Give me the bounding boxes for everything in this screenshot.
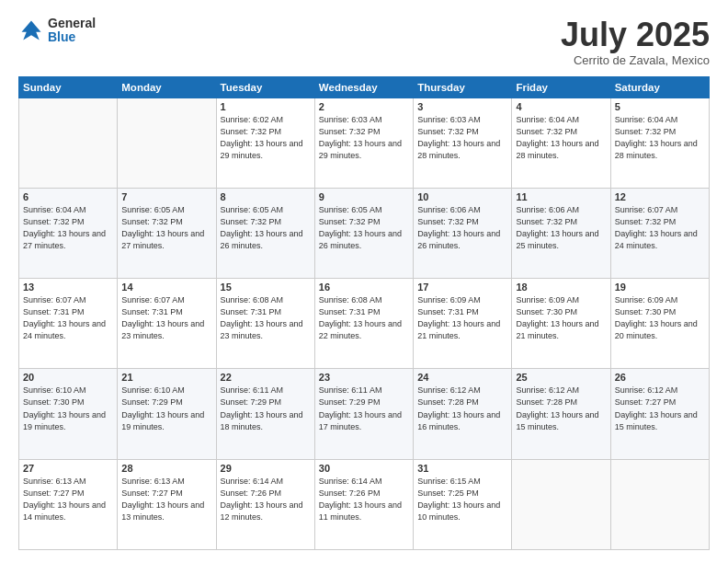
day-info: Sunrise: 6:03 AMSunset: 7:32 PMDaylight:… — [417, 114, 507, 162]
table-row: 22Sunrise: 6:11 AMSunset: 7:29 PMDayligh… — [216, 369, 314, 459]
day-info: Sunrise: 6:11 AMSunset: 7:29 PMDaylight:… — [221, 385, 311, 432]
table-row: 8Sunrise: 6:05 AMSunset: 7:32 PMDaylight… — [216, 188, 314, 278]
table-row: 20Sunrise: 6:10 AMSunset: 7:30 PMDayligh… — [19, 369, 118, 459]
day-info: Sunrise: 6:05 AMSunset: 7:32 PMDaylight:… — [121, 204, 211, 252]
day-info: Sunrise: 6:14 AMSunset: 7:26 PMDaylight:… — [221, 476, 311, 523]
day-info: Sunrise: 6:09 AMSunset: 7:30 PMDaylight:… — [615, 294, 705, 342]
logo-blue: Blue — [48, 30, 96, 44]
day-info: Sunrise: 6:15 AMSunset: 7:25 PMDaylight:… — [417, 476, 507, 523]
day-info: Sunrise: 6:08 AMSunset: 7:31 PMDaylight:… — [221, 294, 311, 342]
day-info: Sunrise: 6:05 AMSunset: 7:32 PMDaylight:… — [221, 204, 311, 252]
day-number: 24 — [417, 372, 507, 383]
day-number: 6 — [23, 191, 113, 202]
logo-general: General — [48, 17, 96, 30]
table-row: 13Sunrise: 6:07 AMSunset: 7:31 PMDayligh… — [19, 279, 118, 369]
day-number: 1 — [221, 101, 311, 112]
calendar-week-row: 13Sunrise: 6:07 AMSunset: 7:31 PMDayligh… — [19, 279, 710, 369]
table-row: 3Sunrise: 6:03 AMSunset: 7:32 PMDaylight… — [414, 98, 512, 188]
day-info: Sunrise: 6:13 AMSunset: 7:27 PMDaylight:… — [23, 476, 113, 523]
table-row — [512, 459, 610, 549]
day-number: 23 — [319, 372, 409, 383]
day-number: 12 — [615, 191, 705, 202]
calendar-week-row: 6Sunrise: 6:04 AMSunset: 7:32 PMDaylight… — [19, 188, 710, 278]
day-number: 9 — [319, 191, 409, 202]
header-tuesday: Tuesday — [216, 76, 314, 98]
day-info: Sunrise: 6:12 AMSunset: 7:27 PMDaylight:… — [615, 385, 705, 432]
table-row: 5Sunrise: 6:04 AMSunset: 7:32 PMDaylight… — [610, 98, 709, 188]
day-number: 8 — [221, 191, 311, 202]
day-number: 5 — [615, 101, 705, 112]
table-row: 10Sunrise: 6:06 AMSunset: 7:32 PMDayligh… — [414, 188, 512, 278]
table-row — [610, 459, 709, 549]
table-row: 16Sunrise: 6:08 AMSunset: 7:31 PMDayligh… — [314, 279, 413, 369]
day-info: Sunrise: 6:08 AMSunset: 7:31 PMDaylight:… — [319, 294, 409, 342]
day-number: 7 — [121, 191, 211, 202]
day-number: 10 — [417, 191, 507, 202]
day-number: 2 — [319, 101, 409, 112]
day-number: 18 — [516, 282, 606, 293]
day-number: 25 — [516, 372, 606, 383]
table-row: 4Sunrise: 6:04 AMSunset: 7:32 PMDaylight… — [512, 98, 610, 188]
table-row: 21Sunrise: 6:10 AMSunset: 7:29 PMDayligh… — [118, 369, 216, 459]
table-row: 6Sunrise: 6:04 AMSunset: 7:32 PMDaylight… — [19, 188, 118, 278]
day-info: Sunrise: 6:04 AMSunset: 7:32 PMDaylight:… — [615, 114, 705, 162]
day-number: 26 — [615, 372, 705, 383]
day-info: Sunrise: 6:05 AMSunset: 7:32 PMDaylight:… — [319, 204, 409, 252]
calendar-week-row: 20Sunrise: 6:10 AMSunset: 7:30 PMDayligh… — [19, 369, 710, 459]
table-row: 25Sunrise: 6:12 AMSunset: 7:28 PMDayligh… — [512, 369, 610, 459]
day-number: 17 — [417, 282, 507, 293]
table-row: 1Sunrise: 6:02 AMSunset: 7:32 PMDaylight… — [216, 98, 314, 188]
day-number: 11 — [516, 191, 606, 202]
day-number: 27 — [23, 463, 113, 474]
day-info: Sunrise: 6:13 AMSunset: 7:27 PMDaylight:… — [121, 476, 211, 523]
day-number: 28 — [121, 463, 211, 474]
header-friday: Friday — [512, 76, 610, 98]
day-number: 15 — [221, 282, 311, 293]
table-row: 12Sunrise: 6:07 AMSunset: 7:32 PMDayligh… — [610, 188, 709, 278]
day-info: Sunrise: 6:06 AMSunset: 7:32 PMDaylight:… — [516, 204, 606, 252]
title-block: July 2025 Cerrito de Zavala, Mexico — [561, 17, 710, 67]
svg-marker-0 — [22, 21, 41, 40]
table-row: 11Sunrise: 6:06 AMSunset: 7:32 PMDayligh… — [512, 188, 610, 278]
day-number: 4 — [516, 101, 606, 112]
table-row: 2Sunrise: 6:03 AMSunset: 7:32 PMDaylight… — [314, 98, 413, 188]
logo-icon — [18, 17, 44, 43]
day-number: 30 — [319, 463, 409, 474]
header-monday: Monday — [118, 76, 216, 98]
day-info: Sunrise: 6:06 AMSunset: 7:32 PMDaylight:… — [417, 204, 507, 252]
table-row: 29Sunrise: 6:14 AMSunset: 7:26 PMDayligh… — [216, 459, 314, 549]
day-info: Sunrise: 6:14 AMSunset: 7:26 PMDaylight:… — [319, 476, 409, 523]
day-info: Sunrise: 6:02 AMSunset: 7:32 PMDaylight:… — [221, 114, 311, 162]
header: General Blue July 2025 Cerrito de Zavala… — [18, 17, 710, 67]
day-number: 14 — [121, 282, 211, 293]
calendar-table: Sunday Monday Tuesday Wednesday Thursday… — [18, 76, 710, 550]
table-row: 14Sunrise: 6:07 AMSunset: 7:31 PMDayligh… — [118, 279, 216, 369]
day-info: Sunrise: 6:07 AMSunset: 7:32 PMDaylight:… — [615, 204, 705, 252]
day-number: 21 — [121, 372, 211, 383]
header-thursday: Thursday — [414, 76, 512, 98]
day-info: Sunrise: 6:09 AMSunset: 7:30 PMDaylight:… — [516, 294, 606, 342]
table-row — [118, 98, 216, 188]
day-info: Sunrise: 6:10 AMSunset: 7:29 PMDaylight:… — [121, 385, 211, 432]
day-number: 13 — [23, 282, 113, 293]
table-row: 9Sunrise: 6:05 AMSunset: 7:32 PMDaylight… — [314, 188, 413, 278]
month-title: July 2025 — [561, 17, 710, 53]
calendar-header-row: Sunday Monday Tuesday Wednesday Thursday… — [19, 76, 710, 98]
page: General Blue July 2025 Cerrito de Zavala… — [0, 0, 728, 563]
day-info: Sunrise: 6:07 AMSunset: 7:31 PMDaylight:… — [121, 294, 211, 342]
table-row — [19, 98, 118, 188]
logo-text: General Blue — [48, 17, 96, 45]
day-number: 20 — [23, 372, 113, 383]
calendar-week-row: 1Sunrise: 6:02 AMSunset: 7:32 PMDaylight… — [19, 98, 710, 188]
day-number: 29 — [221, 463, 311, 474]
calendar-week-row: 27Sunrise: 6:13 AMSunset: 7:27 PMDayligh… — [19, 459, 710, 549]
table-row: 7Sunrise: 6:05 AMSunset: 7:32 PMDaylight… — [118, 188, 216, 278]
day-info: Sunrise: 6:12 AMSunset: 7:28 PMDaylight:… — [417, 385, 507, 432]
table-row: 18Sunrise: 6:09 AMSunset: 7:30 PMDayligh… — [512, 279, 610, 369]
day-info: Sunrise: 6:10 AMSunset: 7:30 PMDaylight:… — [23, 385, 113, 432]
header-sunday: Sunday — [19, 76, 118, 98]
table-row: 31Sunrise: 6:15 AMSunset: 7:25 PMDayligh… — [414, 459, 512, 549]
day-number: 31 — [417, 463, 507, 474]
logo: General Blue — [18, 17, 96, 45]
day-info: Sunrise: 6:04 AMSunset: 7:32 PMDaylight:… — [516, 114, 606, 162]
